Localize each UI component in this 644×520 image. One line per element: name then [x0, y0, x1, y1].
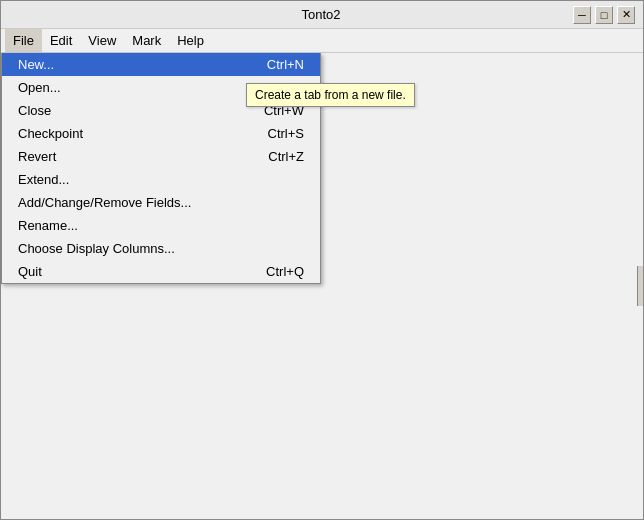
app-window: Tonto2 ─ □ ✕ File Edit View Mark Help Ne…	[0, 0, 644, 520]
menu-quit[interactable]: Quit Ctrl+Q	[2, 260, 320, 283]
menu-add-change-remove[interactable]: Add/Change/Remove Fields...	[2, 191, 320, 214]
menu-item-help[interactable]: Help	[169, 29, 212, 52]
menu-checkpoint-label: Checkpoint	[18, 126, 83, 141]
menu-add-change-remove-label: Add/Change/Remove Fields...	[18, 195, 191, 210]
menu-extend[interactable]: Extend...	[2, 168, 320, 191]
tooltip-text: Create a tab from a new file.	[255, 88, 406, 102]
menu-revert-label: Revert	[18, 149, 56, 164]
window-controls: ─ □ ✕	[573, 6, 635, 24]
menu-extend-label: Extend...	[18, 172, 69, 187]
menu-item-edit[interactable]: Edit	[42, 29, 80, 52]
menu-item-file[interactable]: File	[5, 29, 42, 52]
tooltip: Create a tab from a new file.	[246, 83, 415, 107]
resize-handle[interactable]	[637, 266, 643, 306]
menu-open-label: Open...	[18, 80, 61, 95]
menu-checkpoint[interactable]: Checkpoint Ctrl+S	[2, 122, 320, 145]
menu-revert-shortcut: Ctrl+Z	[268, 149, 304, 164]
menu-rename[interactable]: Rename...	[2, 214, 320, 237]
close-button[interactable]: ✕	[617, 6, 635, 24]
title-bar: Tonto2 ─ □ ✕	[1, 1, 643, 29]
window-title: Tonto2	[69, 7, 573, 22]
menu-new[interactable]: New... Ctrl+N	[2, 53, 320, 76]
menu-bar: File Edit View Mark Help	[1, 29, 643, 53]
menu-rename-label: Rename...	[18, 218, 78, 233]
menu-checkpoint-shortcut: Ctrl+S	[268, 126, 304, 141]
menu-quit-label: Quit	[18, 264, 42, 279]
menu-quit-shortcut: Ctrl+Q	[266, 264, 304, 279]
menu-new-label: New...	[18, 57, 54, 72]
menu-revert[interactable]: Revert Ctrl+Z	[2, 145, 320, 168]
main-content: New... Ctrl+N Open... Ctrl+O Close Ctrl+…	[1, 53, 643, 519]
menu-choose-display-columns[interactable]: Choose Display Columns...	[2, 237, 320, 260]
menu-choose-display-columns-label: Choose Display Columns...	[18, 241, 175, 256]
menu-item-view[interactable]: View	[80, 29, 124, 52]
menu-new-shortcut: Ctrl+N	[267, 57, 304, 72]
minimize-button[interactable]: ─	[573, 6, 591, 24]
menu-item-mark[interactable]: Mark	[124, 29, 169, 52]
maximize-button[interactable]: □	[595, 6, 613, 24]
menu-close-label: Close	[18, 103, 51, 118]
